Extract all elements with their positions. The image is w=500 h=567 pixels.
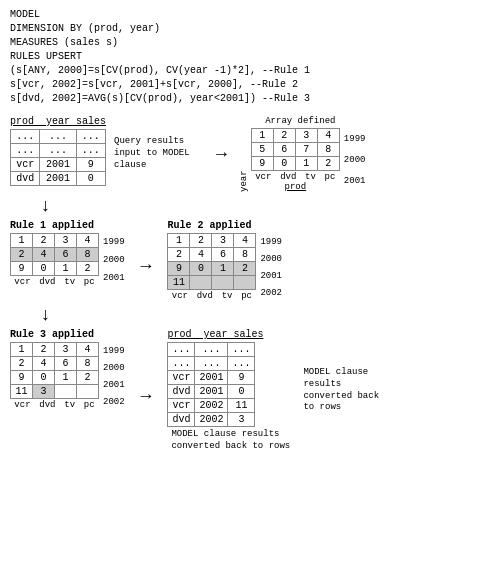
arrow-right-1: → xyxy=(216,144,227,164)
table-row: ......... xyxy=(11,130,106,144)
table-row: 2468 xyxy=(168,248,256,262)
array-defined-label: Array defined xyxy=(239,116,366,126)
code-line6: s[vcr, 2002]=s[vcr, 2001]+s[vcr, 2000], … xyxy=(10,78,490,92)
table-row: 5678 xyxy=(251,143,339,157)
row1: prod year sales ......... ......... vcr2… xyxy=(10,116,490,192)
table-row: 1234 xyxy=(251,129,339,143)
table-row: vcr20019 xyxy=(168,371,255,385)
array-col-labels: vcrdvdtvpc xyxy=(251,172,340,182)
final-table-section: prod year sales ......... ......... vcr2… xyxy=(167,329,291,452)
rule1-year-labels: 1999 2000 2001 xyxy=(101,233,125,287)
rule2-grid-container: 1234 2468 9012 11 vcrdvdtvpc xyxy=(167,233,256,301)
array-defined-table: 1234 5678 9012 xyxy=(251,128,340,171)
table-row: ......... xyxy=(11,144,106,158)
input-table: ......... ......... vcr20019 dvd20010 xyxy=(10,129,106,186)
table-row: 9012 xyxy=(168,262,256,276)
row2: Rule 1 applied 1234 2468 9012 vcrdvdtvpc… xyxy=(10,220,490,301)
rule3-with-labels: 1234 2468 9012 113 vcrdvdtvpc 1999 2000 … xyxy=(10,342,125,410)
table-row: 9012 xyxy=(11,371,99,385)
arrow-down-2: ↓ xyxy=(40,305,51,325)
final-table-note: MODEL clause results converted back to r… xyxy=(171,429,291,452)
code-block: MODEL DIMENSION BY (prod, year) MEASURES… xyxy=(10,8,490,106)
code-line2: DIMENSION BY (prod, year) xyxy=(10,22,490,36)
code-line5: (s[ANY, 2000]=s[CV(prod), CV(year -1)*2]… xyxy=(10,64,490,78)
table-row: ......... xyxy=(168,357,255,371)
table-row: 1234 xyxy=(11,234,99,248)
array-year-labels: 1999 2000 2001 xyxy=(342,128,366,192)
rule2-with-labels: 1234 2468 9012 11 vcrdvdtvpc 1999 2000 2… xyxy=(167,233,282,301)
table-row: vcr20019 xyxy=(11,158,106,172)
rule3-table: 1234 2468 9012 113 xyxy=(10,342,99,399)
array-grid-container: 1234 5678 9012 vcrdvdtvpc prod xyxy=(251,128,340,192)
input-section: prod year sales ......... ......... vcr2… xyxy=(10,116,106,186)
input-table-header: prod year sales xyxy=(10,116,106,127)
rule2-year-labels: 1999 2000 2001 2002 xyxy=(258,233,282,301)
arrow-down-1: ↓ xyxy=(40,196,51,216)
table-row: dvd20010 xyxy=(11,172,106,186)
table-row: 9012 xyxy=(11,262,99,276)
table-row: ......... xyxy=(168,343,255,357)
code-line1: MODEL xyxy=(10,8,490,22)
rule3-label: Rule 3 applied xyxy=(10,329,125,340)
rule2-col-labels: vcrdvdtvpc xyxy=(167,291,256,301)
table-row: 2468 xyxy=(11,357,99,371)
rule3-col-labels: vcrdvdtvpc xyxy=(10,400,99,410)
table-row: dvd20010 xyxy=(168,385,255,399)
code-line3: MEASURES (sales s) xyxy=(10,36,490,50)
row3: Rule 3 applied 1234 2468 9012 113 vcrdvd… xyxy=(10,329,490,452)
rule2-label: Rule 2 applied xyxy=(167,220,282,231)
code-line7: s[dvd, 2002]=AVG(s)[CV(prod), year<2001]… xyxy=(10,92,490,106)
table-row: 113 xyxy=(11,385,99,399)
code-line4: RULES UPSERT xyxy=(10,50,490,64)
final-table-header: prod year sales xyxy=(167,329,291,340)
query-note: Query results input to MODEL clause xyxy=(114,136,204,171)
main-layout: MODEL DIMENSION BY (prod, year) MEASURES… xyxy=(10,8,490,452)
arrow-down-2-container: ↓ xyxy=(40,305,490,325)
table-row: 11 xyxy=(168,276,256,290)
rule1-label: Rule 1 applied xyxy=(10,220,125,231)
rule1-section: Rule 1 applied 1234 2468 9012 vcrdvdtvpc… xyxy=(10,220,125,287)
rule1-grid-container: 1234 2468 9012 vcrdvdtvpc xyxy=(10,233,99,287)
model-clause-note: MODEL clause results converted back to r… xyxy=(303,367,388,414)
rule3-grid-container: 1234 2468 9012 113 vcrdvdtvpc xyxy=(10,342,99,410)
table-row: 1234 xyxy=(168,234,256,248)
rule1-with-labels: 1234 2468 9012 vcrdvdtvpc 1999 2000 2001 xyxy=(10,233,125,287)
rule3-section: Rule 3 applied 1234 2468 9012 113 vcrdvd… xyxy=(10,329,125,410)
table-row: vcr200211 xyxy=(168,399,255,413)
table-row: dvd20023 xyxy=(168,413,255,427)
prod-axis-label: prod xyxy=(251,182,340,192)
year-axis-label: year xyxy=(239,128,249,192)
rule3-year-labels: 1999 2000 2001 2002 xyxy=(101,342,125,410)
array-with-labels: year 1234 5678 9012 vcrdvdtvpc prod 1999… xyxy=(239,128,366,192)
table-row: 9012 xyxy=(251,157,339,171)
array-defined-section: Array defined year 1234 5678 9012 vcrdvd… xyxy=(239,116,366,192)
rule1-col-labels: vcrdvdtvpc xyxy=(10,277,99,287)
arrow-down-1-container: ↓ xyxy=(40,196,490,216)
rule1-table: 1234 2468 9012 xyxy=(10,233,99,276)
final-table: ......... ......... vcr20019 dvd20010 vc… xyxy=(167,342,255,427)
table-row: 2468 xyxy=(11,248,99,262)
arrow-right-3: → xyxy=(141,386,152,406)
rule2-section: Rule 2 applied 1234 2468 9012 11 vcrdvdt… xyxy=(167,220,282,301)
arrow-right-2: → xyxy=(141,256,152,276)
rule2-table: 1234 2468 9012 11 xyxy=(167,233,256,290)
table-row: 1234 xyxy=(11,343,99,357)
